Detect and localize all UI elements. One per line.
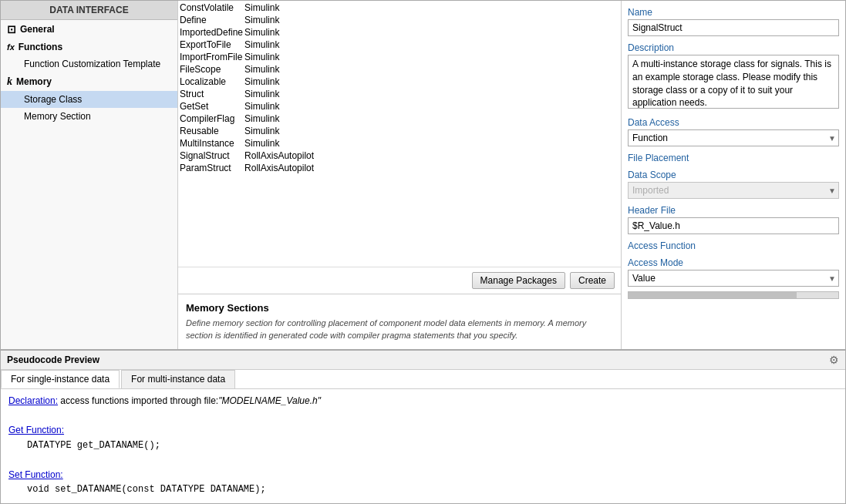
memory-icon: k	[7, 76, 12, 88]
sidebar-title: DATA INTERFACE	[1, 1, 177, 20]
access-function-label: Access Function	[628, 240, 839, 251]
data-access-wrap: Function Direct ▼	[628, 129, 839, 146]
get-function-label[interactable]: Get Function:	[8, 425, 64, 435]
table-row[interactable]: GetSetSimulink	[180, 101, 314, 112]
pseudocode-title: Pseudocode Preview	[7, 354, 99, 365]
right-panel: Name Description Data Access Function Di…	[622, 1, 845, 349]
memory-sections-description: Define memory section for controlling pl…	[186, 318, 613, 341]
description-textarea[interactable]	[628, 55, 839, 109]
storage-class-table: ConstVolatileSimulinkDefineSimulinkImpor…	[178, 1, 315, 175]
table-row[interactable]: StructSimulink	[180, 89, 314, 99]
table-row[interactable]: ConstVolatileSimulink	[180, 2, 314, 13]
sidebar-item-functions[interactable]: fx Functions	[1, 39, 177, 55]
pseudocode-header: Pseudocode Preview ⚙	[1, 351, 845, 370]
sidebar-item-function-customization[interactable]: Function Customization Template	[1, 55, 177, 72]
data-access-select[interactable]: Function Direct	[628, 129, 839, 146]
data-scope-wrap: Imported Exported ▼	[628, 182, 839, 199]
table-row[interactable]: MultiInstanceSimulink	[180, 138, 314, 149]
table-row[interactable]: ParamStructRollAxisAutopilot	[180, 163, 314, 173]
set-function-line: Set Function:	[8, 468, 838, 482]
declaration-file: "MODELNAME_Value.h"	[218, 395, 321, 406]
horizontal-scrollbar[interactable]	[628, 291, 839, 299]
description-label: Description	[628, 42, 839, 53]
functions-icon: fx	[7, 42, 15, 52]
pseudocode-area: Pseudocode Preview ⚙ For single-instance…	[0, 350, 846, 504]
set-function-label[interactable]: Set Function:	[8, 469, 63, 480]
declaration-text: access functions imported through file:	[58, 395, 218, 406]
table-row[interactable]: FileScopeSimulink	[180, 64, 314, 75]
sidebar: DATA INTERFACE ⊡ General fx Functions Fu…	[1, 1, 178, 349]
declaration-prefix[interactable]: Declaration:	[8, 395, 58, 406]
table-row[interactable]: SignalStructRollAxisAutopilot	[180, 150, 314, 161]
data-scope-select[interactable]: Imported Exported	[628, 182, 839, 199]
access-mode-select[interactable]: Value Pointer	[628, 270, 839, 287]
manage-packages-button[interactable]: Manage Packages	[472, 272, 565, 289]
middle-panel: ConstVolatileSimulinkDefineSimulinkImpor…	[178, 1, 622, 349]
sidebar-item-memory-section[interactable]: Memory Section	[1, 108, 177, 125]
scrollbar-thumb	[629, 292, 797, 298]
table-row[interactable]: CompilerFlagSimulink	[180, 113, 314, 124]
tab-single-instance[interactable]: For single-instance data	[1, 370, 120, 388]
access-mode-wrap: Value Pointer ▼	[628, 270, 839, 287]
table-row[interactable]: ImportedDefineSimulink	[180, 27, 314, 38]
data-access-label: Data Access	[628, 117, 839, 128]
get-function-code: DATATYPE get_DATANAME();	[8, 438, 838, 453]
storage-class-list-container: ConstVolatileSimulinkDefineSimulinkImpor…	[178, 1, 621, 267]
pseudocode-tabs: For single-instance data For multi-insta…	[1, 370, 845, 389]
table-row[interactable]: LocalizableSimulink	[180, 76, 314, 87]
header-file-input[interactable]	[628, 217, 839, 234]
data-scope-label: Data Scope	[628, 170, 839, 180]
table-row[interactable]: ReusableSimulink	[180, 126, 314, 136]
header-file-label: Header File	[628, 205, 839, 216]
get-function-line: Get Function:	[8, 423, 838, 438]
gear-icon[interactable]: ⚙	[829, 354, 839, 366]
sidebar-item-general[interactable]: ⊡ General	[1, 20, 177, 39]
storage-class-scroll[interactable]: ConstVolatileSimulinkDefineSimulinkImpor…	[178, 1, 621, 267]
file-placement-label: File Placement	[628, 153, 839, 163]
table-row[interactable]: ExportToFileSimulink	[180, 39, 314, 50]
declaration-line: Declaration: access functions imported t…	[8, 394, 838, 408]
create-button[interactable]: Create	[570, 272, 615, 289]
pseudocode-content: Declaration: access functions imported t…	[1, 389, 845, 503]
table-row[interactable]: ImportFromFileSimulink	[180, 52, 314, 62]
memory-sections-title: Memory Sections	[186, 302, 613, 314]
access-mode-label: Access Mode	[628, 257, 839, 268]
set-function-code: void set_DATANAME(const DATATYPE DATANAM…	[8, 482, 838, 497]
tab-multi-instance[interactable]: For multi-instance data	[121, 370, 235, 388]
sidebar-item-memory[interactable]: k Memory	[1, 72, 177, 91]
general-icon: ⊡	[7, 23, 16, 35]
table-row[interactable]: DefineSimulink	[180, 15, 314, 25]
middle-actions: Manage Packages Create	[178, 267, 621, 294]
memory-sections-panel: Memory Sections Define memory section fo…	[178, 294, 621, 349]
name-input[interactable]	[628, 19, 839, 36]
sidebar-item-storage-class[interactable]: Storage Class	[1, 91, 177, 108]
name-label: Name	[628, 7, 839, 18]
